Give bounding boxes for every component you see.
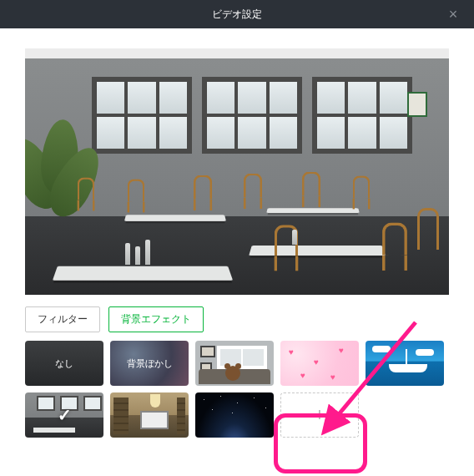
dialog-title: ビデオ設定 <box>212 8 262 22</box>
bg-option-none-label: なし <box>55 357 73 370</box>
content: フィルター 背景エフェクト なし 背景ぼかし ♥ ♥ ♥ ♥ ♥ <box>0 28 474 453</box>
close-button[interactable]: × <box>441 0 466 28</box>
bg-option-blur[interactable]: 背景ぼかし <box>110 341 189 386</box>
bg-option-pink-hearts[interactable]: ♥ ♥ ♥ ♥ ♥ <box>280 341 359 386</box>
bg-option-space[interactable] <box>195 392 274 438</box>
bg-option-office[interactable] <box>110 392 189 438</box>
tab-background-effect[interactable]: 背景エフェクト <box>108 306 204 332</box>
video-preview <box>25 48 449 295</box>
bg-option-add-custom[interactable]: + <box>280 392 359 438</box>
plus-icon: + <box>315 404 325 426</box>
bg-option-blur-label: 背景ぼかし <box>127 357 173 370</box>
titlebar: ビデオ設定 × <box>0 0 474 28</box>
background-grid: なし 背景ぼかし ♥ ♥ ♥ ♥ ♥ ✓ <box>25 341 449 438</box>
bg-option-beach[interactable] <box>366 341 444 386</box>
close-icon: × <box>449 6 458 23</box>
tab-filter[interactable]: フィルター <box>25 306 100 332</box>
bg-option-cafe[interactable]: ✓ <box>25 392 103 438</box>
effect-tabs: フィルター 背景エフェクト <box>25 306 449 332</box>
bg-option-living-room[interactable] <box>195 341 274 386</box>
check-icon: ✓ <box>58 405 72 425</box>
bg-option-none[interactable]: なし <box>25 341 103 386</box>
